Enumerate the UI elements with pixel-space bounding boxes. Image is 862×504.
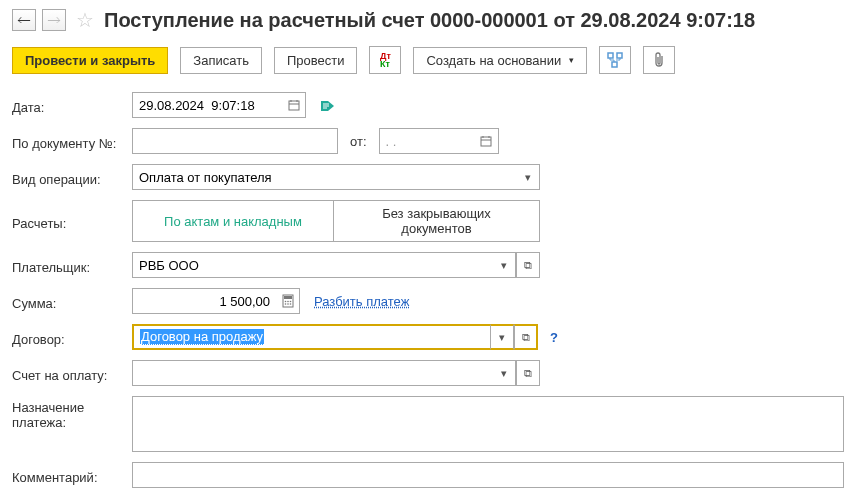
svg-rect-0	[608, 53, 613, 58]
svg-point-18	[289, 301, 291, 303]
dropdown-icon[interactable]: ▾	[516, 164, 540, 190]
post-and-close-button[interactable]: Провести и закрыть	[12, 47, 168, 74]
contract-value: Договор на продажу	[140, 329, 264, 345]
dropdown-icon[interactable]: ▾	[490, 324, 514, 350]
attach-button[interactable]	[643, 46, 675, 74]
dropdown-icon[interactable]: ▾	[492, 252, 516, 278]
calendar-icon[interactable]	[475, 128, 499, 154]
date-input[interactable]	[132, 92, 282, 118]
svg-point-19	[284, 303, 286, 305]
optype-input[interactable]	[132, 164, 516, 190]
open-icon[interactable]: ⧉	[514, 324, 538, 350]
help-icon[interactable]: ?	[550, 330, 558, 345]
paperclip-icon	[652, 52, 666, 68]
dtkt-icon: ДтКт	[380, 52, 391, 68]
invoice-input[interactable]	[132, 360, 492, 386]
docnum-from-label: от:	[350, 134, 367, 149]
docnum-label: По документу №:	[12, 132, 128, 151]
invoice-label: Счет на оплату:	[12, 364, 128, 383]
amount-label: Сумма:	[12, 292, 128, 311]
calendar-icon[interactable]	[282, 92, 306, 118]
svg-point-16	[284, 301, 286, 303]
open-icon[interactable]: ⧉	[516, 360, 540, 386]
svg-point-20	[287, 303, 289, 305]
calc-by-acts-button[interactable]: По актам и накладным	[133, 201, 333, 241]
calc-toggle: По актам и накладным Без закрывающих док…	[132, 200, 540, 242]
comment-label: Комментарий:	[12, 466, 128, 485]
optype-label: Вид операции:	[12, 168, 128, 187]
calc-label: Расчеты:	[12, 212, 128, 231]
toolbar: Провести и закрыть Записать Провести ДтК…	[12, 46, 850, 74]
svg-point-21	[289, 303, 291, 305]
save-button[interactable]: Записать	[180, 47, 262, 74]
comment-input[interactable]	[132, 462, 844, 488]
structure-icon	[607, 52, 623, 68]
svg-point-17	[287, 301, 289, 303]
svg-rect-3	[289, 101, 299, 110]
page-title: Поступление на расчетный счет 0000-00000…	[104, 9, 755, 32]
contract-input[interactable]: Договор на продажу	[132, 324, 490, 350]
structure-button[interactable]	[599, 46, 631, 74]
create-based-on-button[interactable]: Создать на основании ▾	[413, 47, 587, 74]
arrow-left-icon: 🡐	[17, 12, 31, 28]
split-payment-link[interactable]: Разбить платеж	[314, 294, 409, 309]
docnum-input[interactable]	[132, 128, 338, 154]
svg-rect-15	[284, 296, 292, 299]
tag-icon[interactable]	[320, 98, 336, 112]
date-label: Дата:	[12, 96, 128, 115]
dtkt-button[interactable]: ДтКт	[369, 46, 401, 74]
calc-without-docs-button[interactable]: Без закрывающих документов	[333, 201, 539, 241]
nav-back-button[interactable]: 🡐	[12, 9, 36, 31]
purpose-input[interactable]	[132, 396, 844, 452]
calculator-icon[interactable]	[276, 288, 300, 314]
arrow-right-icon: 🡒	[47, 12, 61, 28]
chevron-down-icon: ▾	[569, 55, 574, 65]
svg-rect-10	[481, 137, 491, 146]
payer-input[interactable]	[132, 252, 492, 278]
create-based-on-label: Создать на основании	[426, 53, 561, 68]
open-icon[interactable]: ⧉	[516, 252, 540, 278]
contract-label: Договор:	[12, 328, 128, 347]
amount-input[interactable]	[132, 288, 276, 314]
nav-forward-button[interactable]: 🡒	[42, 9, 66, 31]
dropdown-icon[interactable]: ▾	[492, 360, 516, 386]
purpose-label: Назначение платежа:	[12, 396, 128, 430]
post-button[interactable]: Провести	[274, 47, 358, 74]
docnum-date-input[interactable]	[379, 128, 475, 154]
favorite-star-icon[interactable]: ☆	[76, 8, 94, 32]
svg-rect-1	[617, 53, 622, 58]
payer-label: Плательщик:	[12, 256, 128, 275]
svg-rect-2	[612, 62, 617, 67]
